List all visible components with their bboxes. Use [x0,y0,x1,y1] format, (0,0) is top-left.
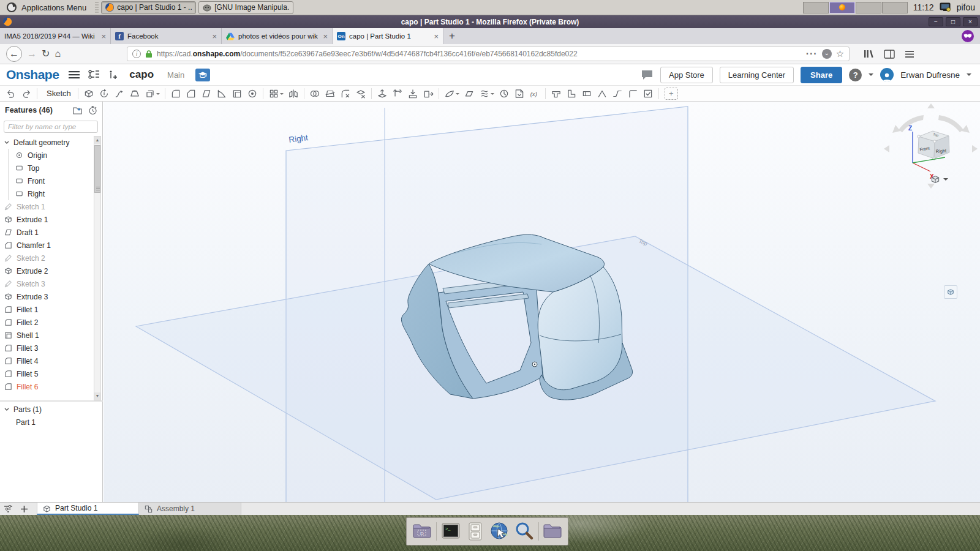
thicken-button[interactable] [143,87,162,100]
element-tab-assembly-1[interactable]: Assembly 1 [139,503,241,515]
modify-fillet-button[interactable] [338,87,353,100]
variable-button[interactable]: (x) [527,87,542,100]
url-bar[interactable]: i https://cad.onshape.com/documents/f52c… [127,47,850,61]
dock-file-manager-icon[interactable] [465,521,486,542]
create-folder-icon[interactable] [73,106,83,114]
sheet-metal-model-button[interactable] [549,87,564,100]
sheet-metal-corner-button[interactable] [625,87,640,100]
tab-close-icon[interactable] [100,32,106,41]
feature-row-fillet-1[interactable]: Fillet 1 [0,303,93,316]
new-tab-button[interactable]: + [443,28,461,44]
document-menu-icon[interactable] [69,70,80,79]
feature-row-extrude-2[interactable]: Extrude 2 [0,264,93,277]
feature-row-fillet-5[interactable]: Fillet 5 [0,367,93,380]
right-plane-label[interactable]: Right [288,133,309,144]
url-text[interactable]: https://cad.onshape.com/documents/f52ce6… [157,50,802,58]
linear-pattern-button[interactable] [266,87,285,100]
learning-center-button[interactable]: Learning Center [720,67,794,83]
sheet-metal-tab-button[interactable] [579,87,594,100]
feature-row-chamfer-1[interactable]: Chamfer 1 [0,239,93,252]
derived-button[interactable] [512,87,527,100]
sketch-button[interactable]: Sketch [40,88,75,99]
plane-button[interactable] [462,87,477,100]
minimize-button[interactable]: − [929,17,943,26]
create-version-icon[interactable] [108,70,117,80]
workspace-pager[interactable] [803,2,908,13]
page-actions-icon[interactable]: ··· [806,48,818,59]
feature-row-fillet-4[interactable]: Fillet 4 [0,354,93,367]
education-badge-icon[interactable] [195,69,210,81]
dock-folder-icon[interactable] [542,521,563,542]
undo-button[interactable] [4,87,18,100]
feature-row-extrude-1[interactable]: Extrude 1 [0,213,93,226]
add-element-button[interactable] [16,503,32,515]
reload-button[interactable]: ↻ [42,49,50,59]
feature-row-front[interactable]: Front [0,174,93,187]
browser-tab-photos-et-vid-os-pour-wiki[interactable]: photos et vidéos pour wiki [222,28,333,44]
user-name[interactable]: Erwan Dufresne [900,70,960,80]
workspace-2[interactable] [829,2,855,13]
scroll-down-icon[interactable]: ▼ [94,392,100,400]
mirror-button[interactable] [286,87,301,100]
element-filter-icon[interactable] [0,503,16,515]
revolve-button[interactable] [97,87,111,100]
share-button[interactable]: Share [801,67,842,83]
feature-row-extrude-3[interactable]: Extrude 3 [0,290,93,303]
import-button[interactable] [405,87,420,100]
chamfer-button[interactable] [184,87,198,100]
bookmark-star-icon[interactable]: ☆ [836,48,844,59]
tab-close-icon[interactable] [322,32,328,41]
page-info-icon[interactable]: i [132,50,141,58]
chevron-down-icon[interactable] [4,407,10,413]
dock-terminal-icon[interactable]: >_ [440,521,461,542]
dock-web-browser-icon[interactable] [489,521,510,542]
comment-icon[interactable] [641,69,654,80]
hole-button[interactable] [245,87,260,100]
close-button[interactable]: × [963,17,978,26]
thicken-caret-icon[interactable] [156,93,160,97]
scroll-up-icon[interactable]: ▲ [94,137,100,144]
workspace-name[interactable]: Main [167,70,184,80]
boolean-button[interactable] [307,87,322,100]
chevron-down-icon[interactable] [4,140,10,146]
onshape-logo[interactable]: Onshape [6,67,59,82]
features-scrollbar[interactable]: ▲ ▼ [94,136,101,400]
menu-icon[interactable] [905,50,914,58]
view-cube-body[interactable]: Top Front Right [918,131,949,160]
redo-button[interactable] [19,87,34,100]
sweep-button[interactable] [112,87,127,100]
move-face-button[interactable] [375,87,390,100]
browser-tab-capo-part-studio-1[interactable]: Oncapo | Part Studio 1 [333,28,443,44]
extrude-button[interactable] [81,87,96,100]
document-name[interactable]: capo [129,69,154,81]
library-icon[interactable] [863,49,874,59]
dock-search-icon[interactable] [514,521,535,542]
viewport-3d[interactable]: Right Top [104,102,980,502]
view-options-button[interactable] [930,174,948,185]
flange-button[interactable] [564,87,579,100]
element-tab-part-studio-1[interactable]: Part Studio 1 [37,503,139,515]
feature-row-right[interactable]: Right [0,187,93,200]
sheet-metal-finish-button[interactable] [641,87,655,100]
sidebars-icon[interactable] [884,50,895,59]
shell-button[interactable] [230,87,244,100]
workspace-3[interactable] [856,2,881,13]
display-flyout-button[interactable] [944,285,957,299]
user-avatar[interactable] [880,68,894,81]
tab-close-icon[interactable] [211,32,217,41]
helix-caret-icon[interactable] [491,93,494,97]
app-store-button[interactable]: App Store [660,67,713,83]
applications-menu-button[interactable]: Applications Menu [0,0,92,15]
feature-row-fillet-3[interactable]: Fillet 3 [0,342,93,354]
rib-button[interactable] [214,87,229,100]
feature-row-sketch-1[interactable]: Sketch 1 [0,200,93,213]
forward-button[interactable]: → [27,49,37,59]
workspace-1[interactable] [803,2,829,13]
tab-close-icon[interactable] [432,32,439,41]
feature-row-fillet-6[interactable]: Fillet 6 [0,380,93,393]
surface-button[interactable] [442,87,461,100]
versions-icon[interactable] [88,70,100,80]
display-settings-icon[interactable] [940,2,951,13]
fold-button[interactable] [595,87,609,100]
back-button[interactable]: ← [6,46,22,62]
